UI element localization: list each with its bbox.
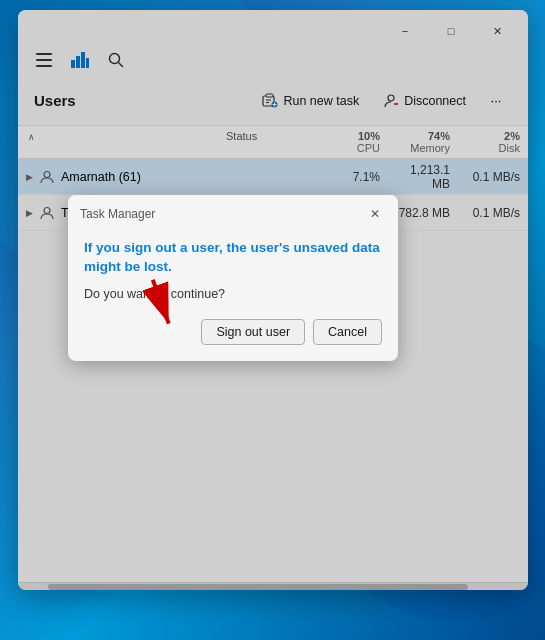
dialog-close-icon: ✕ [370, 207, 380, 221]
sign-out-dialog: Task Manager ✕ If you sign out a user, t… [68, 195, 398, 361]
dialog-sub-text: Do you want to continue? [84, 287, 382, 301]
dialog-close-button[interactable]: ✕ [364, 203, 386, 225]
dialog-title: Task Manager [80, 207, 155, 221]
dialog-warning-text: If you sign out a user, the user's unsav… [84, 239, 382, 277]
dialog-actions: Sign out user Cancel [84, 319, 382, 345]
dialog-body: If you sign out a user, the user's unsav… [68, 231, 398, 361]
dialog-overlay: Task Manager ✕ If you sign out a user, t… [0, 0, 545, 640]
red-arrow-indicator [126, 273, 195, 346]
dialog-titlebar: Task Manager ✕ [68, 195, 398, 231]
cancel-button[interactable]: Cancel [313, 319, 382, 345]
sign-out-user-button[interactable]: Sign out user [201, 319, 305, 345]
